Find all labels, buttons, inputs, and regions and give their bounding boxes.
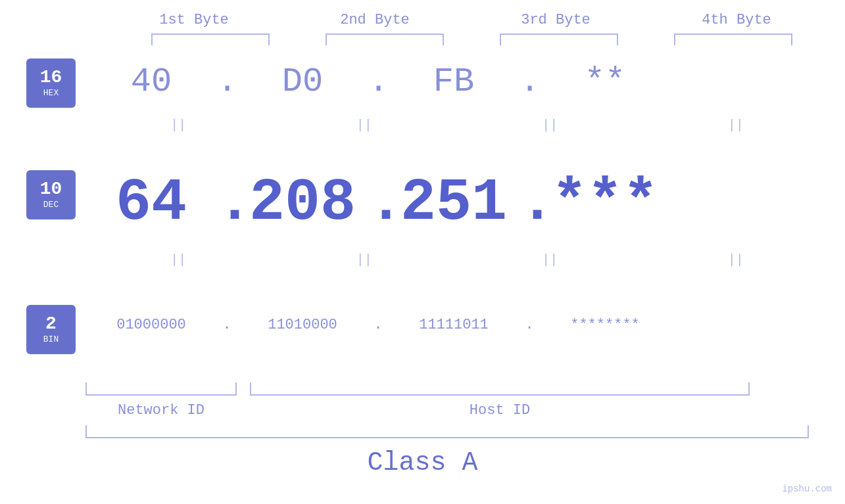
host-id-label: Host ID xyxy=(250,402,750,419)
hex-b1: 40 xyxy=(85,62,217,101)
full-bottom-bracket xyxy=(85,425,809,438)
hex-b4: ** xyxy=(539,62,671,101)
equals-2-b1: || xyxy=(112,252,244,267)
id-labels: Network ID Host ID xyxy=(85,402,809,419)
hex-b2: D0 xyxy=(237,62,368,101)
bin-dot-1: . xyxy=(217,317,237,333)
dec-dot-1: . xyxy=(217,170,237,237)
byte-headers: 1st Byte 2nd Byte 3rd Byte 4th Byte xyxy=(104,0,827,28)
bracket-host xyxy=(250,382,750,396)
watermark: ipshu.com xyxy=(782,484,832,494)
network-id-label: Network ID xyxy=(85,402,237,419)
equals-2-b2: || xyxy=(299,252,430,267)
bracket-top-4 xyxy=(674,34,792,45)
bin-b4: ******** xyxy=(539,317,671,333)
equals-row-2: || || || || xyxy=(85,252,829,267)
dec-b4: *** xyxy=(539,170,671,237)
bottom-brackets xyxy=(85,376,809,396)
byte-label-2: 2nd Byte xyxy=(309,12,441,28)
bracket-network xyxy=(85,382,237,396)
content-area: 16 HEX 40 . D0 . FB . ** || || || || 10 xyxy=(0,52,845,504)
dec-b3: 251 xyxy=(388,170,519,237)
row-dec: 64 . 208 . 251 . *** xyxy=(0,164,845,242)
hex-dot-3: . xyxy=(519,62,539,101)
byte-label-3: 3rd Byte xyxy=(490,12,621,28)
equals-1-b2: || xyxy=(299,118,430,133)
hex-b3: FB xyxy=(388,62,519,101)
bin-b3: 11111011 xyxy=(388,317,519,333)
bracket-top-3 xyxy=(500,34,618,45)
hex-value-row: 40 . D0 . FB . ** xyxy=(85,62,829,101)
bin-value-row: 01000000 . 11010000 . 11111011 . *******… xyxy=(85,317,829,333)
dec-dot-3: . xyxy=(519,170,539,237)
hex-dot-1: . xyxy=(217,62,237,101)
bracket-top-2 xyxy=(326,34,444,45)
byte-label-1: 1st Byte xyxy=(128,12,260,28)
equals-1-b4: || xyxy=(670,118,802,133)
equals-1-b1: || xyxy=(112,118,244,133)
byte-label-4: 4th Byte xyxy=(671,12,802,28)
dec-dot-2: . xyxy=(368,170,388,237)
dec-b2: 208 xyxy=(237,170,368,237)
bracket-top-1 xyxy=(151,34,270,45)
equals-2-b4: || xyxy=(670,252,802,267)
main-container: 1st Byte 2nd Byte 3rd Byte 4th Byte 16 H… xyxy=(0,0,845,504)
equals-row-1: || || || || xyxy=(85,118,829,133)
hex-dot-2: . xyxy=(368,62,388,101)
brackets-top xyxy=(124,34,821,45)
class-label: Class A xyxy=(0,448,845,478)
equals-2-b3: || xyxy=(484,252,616,267)
dec-b1: 64 xyxy=(85,170,217,237)
bin-b2: 11010000 xyxy=(237,317,368,333)
row-bin: 01000000 . 11010000 . 11111011 . *******… xyxy=(0,298,845,351)
bin-b1: 01000000 xyxy=(85,317,217,333)
equals-1-b3: || xyxy=(484,118,616,133)
dec-value-row: 64 . 208 . 251 . *** xyxy=(85,170,829,237)
row-hex: 40 . D0 . FB . ** xyxy=(0,52,845,111)
bin-dot-2: . xyxy=(368,317,388,333)
bin-dot-3: . xyxy=(519,317,539,333)
